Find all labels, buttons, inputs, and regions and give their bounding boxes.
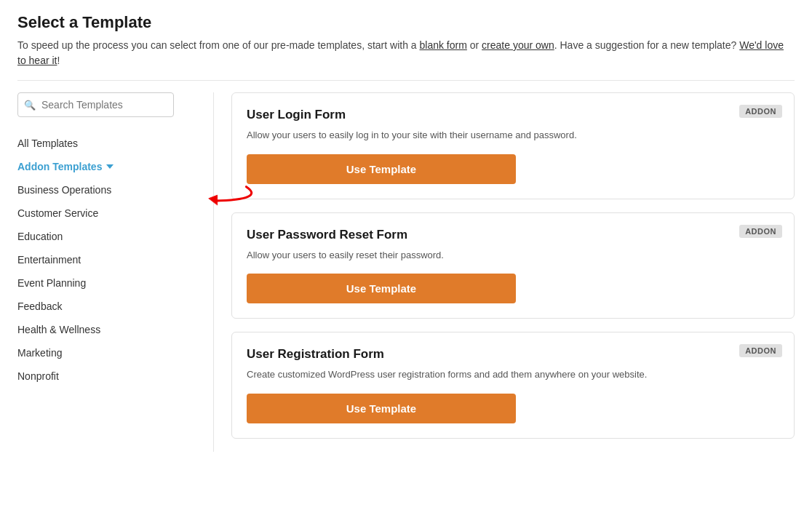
hear-it-link[interactable]: We'd love to hear it (17, 39, 784, 66)
template-title: User Login Form (247, 108, 779, 122)
sidebar-item-customer-service[interactable]: Customer Service (17, 202, 213, 225)
sidebar-item-marketing[interactable]: Marketing (17, 341, 213, 364)
sidebar-item-health-wellness[interactable]: Health & Wellness (17, 318, 213, 341)
template-card-user-registration-form: ADDON User Registration Form Create cust… (231, 332, 795, 439)
sidebar-item-addon-templates[interactable]: Addon Templates (17, 155, 213, 178)
template-card-user-password-reset-form: ADDON User Password Reset Form Allow you… (231, 212, 795, 319)
use-template-button-password-reset[interactable]: Use Template (247, 274, 516, 303)
content-area: ADDON User Login Form Allow your users t… (214, 92, 795, 452)
use-template-button-registration[interactable]: Use Template (247, 394, 516, 423)
chevron-down-icon (106, 164, 114, 169)
template-title: User Registration Form (247, 347, 779, 362)
sidebar-item-education[interactable]: Education (17, 225, 213, 248)
template-title: User Password Reset Form (247, 228, 779, 242)
create-your-own-link[interactable]: create your own (482, 39, 554, 51)
sidebar: 🔍 All Templates Addon Templates Business… (17, 92, 214, 452)
header-divider (17, 80, 795, 81)
sidebar-item-feedback[interactable]: Feedback (17, 295, 213, 318)
search-icon: 🔍 (24, 100, 36, 111)
use-template-button-login[interactable]: Use Template (247, 154, 516, 184)
sidebar-item-business-operations[interactable]: Business Operations (17, 178, 213, 202)
sidebar-item-all-templates[interactable]: All Templates (17, 132, 213, 155)
template-description: Allow your users to easily reset their p… (247, 248, 779, 263)
nav-list: All Templates Addon Templates Business O… (17, 132, 213, 388)
sidebar-item-event-planning[interactable]: Event Planning (17, 271, 213, 295)
addon-badge: ADDON (739, 105, 782, 118)
page-description: To speed up the process you can select f… (17, 38, 795, 68)
sidebar-item-nonprofit[interactable]: Nonprofit (17, 364, 213, 388)
addon-badge: ADDON (739, 225, 782, 238)
addon-templates-label: Addon Templates (17, 161, 102, 172)
sidebar-item-entertainment[interactable]: Entertainment (17, 248, 213, 271)
search-input[interactable] (17, 92, 174, 117)
blank-form-link[interactable]: blank form (420, 39, 467, 51)
template-card-user-login-form: ADDON User Login Form Allow your users t… (231, 92, 795, 199)
template-description: Allow your users to easily log in to you… (247, 128, 779, 143)
page-title: Select a Template (17, 13, 795, 32)
template-description: Create customized WordPress user registr… (247, 367, 779, 382)
addon-badge: ADDON (739, 344, 782, 357)
search-box: 🔍 (17, 92, 213, 117)
